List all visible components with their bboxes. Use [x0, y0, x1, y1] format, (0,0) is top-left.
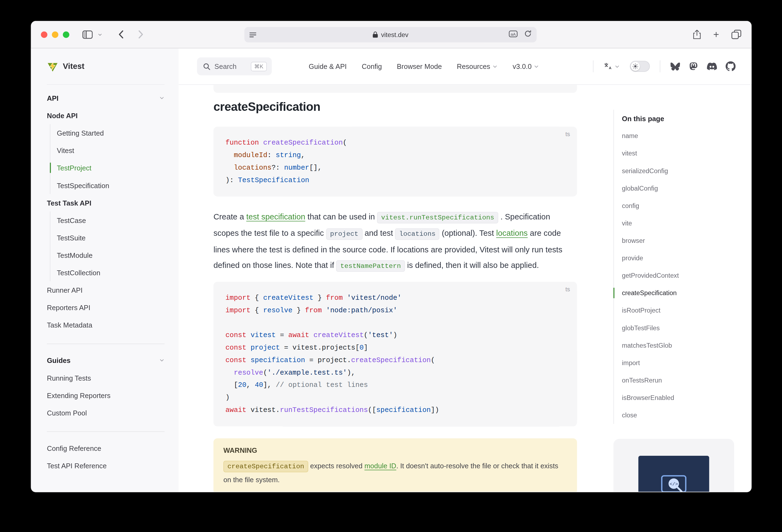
code-block-example: ts import { createVitest } from 'vitest/…	[213, 282, 577, 426]
sidebar-item-testspecification[interactable]: TestSpecification	[57, 176, 165, 194]
sidebar-section-node-api[interactable]: Node API	[47, 107, 165, 124]
sidebar-item-task-metadata[interactable]: Task Metadata	[47, 316, 165, 333]
toc-item-name[interactable]: name	[622, 127, 734, 145]
toc-item-browser[interactable]: browser	[622, 232, 734, 249]
ad-card[interactable]: </>	[613, 439, 734, 492]
nav-link-config[interactable]: Config	[362, 62, 382, 70]
body-paragraph: Create a test specification that can be …	[213, 209, 577, 274]
bluesky-icon[interactable]	[670, 62, 680, 71]
toc-item-globalconfig[interactable]: globalConfig	[622, 179, 734, 197]
plus-icon: +	[713, 29, 719, 39]
code-line: moduleId: string,	[225, 149, 565, 162]
toc-item-vitest[interactable]: vitest	[622, 145, 734, 162]
url-text: vitest.dev	[381, 31, 408, 38]
toc-item-globtestfiles[interactable]: globTestFiles	[622, 319, 734, 336]
top-nav: Search ⌘K Guide & APIConfigBrowser ModeR…	[179, 48, 752, 85]
toolbar-dropdown-button[interactable]	[96, 21, 103, 48]
nav-link-label: Config	[362, 62, 382, 70]
address-bar[interactable]: vitest.dev aA	[244, 27, 536, 42]
reload-button[interactable]	[524, 30, 532, 39]
sidebar-section-test-task-api[interactable]: Test Task API	[47, 194, 165, 211]
svg-text:aA: aA	[510, 32, 516, 36]
forward-button[interactable]	[135, 21, 147, 48]
sidebar-item-testsuite[interactable]: TestSuite	[57, 229, 165, 246]
toc-item-serializedconfig[interactable]: serializedConfig	[622, 162, 734, 179]
code-lang-badge: ts	[565, 286, 570, 293]
new-tab-button[interactable]: +	[710, 21, 723, 48]
docs-app: Vitest APINode APIGetting StartedVitestT…	[31, 48, 752, 492]
nav-link-browser-mode[interactable]: Browser Mode	[397, 62, 442, 70]
search-shortcut: ⌘K	[251, 62, 267, 71]
toc-item-getprovidedcontext[interactable]: getProvidedContext	[622, 267, 734, 284]
code-line: function createSpecification(	[225, 137, 565, 149]
inline-link[interactable]: test specification	[246, 212, 305, 221]
sidebar-item-runner-api[interactable]: Runner API	[47, 281, 165, 299]
inline-code-link[interactable]: testNamePattern	[336, 260, 405, 272]
warning-title: WARNING	[223, 446, 567, 454]
tab-overview-button[interactable]	[729, 21, 743, 48]
share-button[interactable]	[690, 21, 703, 48]
zoom-window-button[interactable]	[63, 31, 69, 38]
code-line: resolve('./example.test.ts'),	[225, 366, 565, 379]
toc-title: On this page	[622, 110, 734, 127]
discord-icon[interactable]	[707, 61, 717, 71]
inline-link[interactable]: module ID	[364, 462, 396, 470]
toc-item-vite[interactable]: vite	[622, 215, 734, 232]
reader-icon[interactable]	[249, 32, 256, 38]
toc-item-config[interactable]: config	[622, 197, 734, 214]
code-line	[225, 317, 565, 329]
toc-item-provide[interactable]: provide	[622, 249, 734, 267]
toc-item-import[interactable]: import	[622, 354, 734, 371]
chevron-down-icon	[534, 64, 539, 69]
code-content: import { createVitest } from 'vitest/nod…	[225, 292, 565, 416]
sidebar-item-custom-pool[interactable]: Custom Pool	[47, 404, 165, 422]
close-window-button[interactable]	[41, 31, 47, 38]
sidebar-item-testproject[interactable]: TestProject	[57, 159, 165, 176]
translate-icon[interactable]: aA	[509, 30, 518, 39]
site-logo[interactable]: Vitest	[47, 48, 165, 85]
search-button[interactable]: Search ⌘K	[197, 58, 272, 75]
sidebar-item-testcase[interactable]: TestCase	[57, 212, 165, 229]
sidebar-item-getting-started[interactable]: Getting Started	[57, 124, 165, 142]
toc-item-createspecification[interactable]: createSpecification	[622, 284, 734, 302]
nav-link-v3-0-0[interactable]: v3.0.0	[513, 62, 539, 70]
text-run: that can be used in	[305, 212, 377, 221]
sidebar-toggle-button[interactable]	[81, 21, 94, 48]
sidebar-item-config-reference[interactable]: Config Reference	[47, 439, 165, 457]
minimize-window-button[interactable]	[52, 31, 58, 38]
code-line: import { createVitest } from 'vitest/nod…	[225, 292, 565, 304]
sidebar-divider	[47, 344, 165, 344]
mastodon-icon[interactable]	[688, 62, 698, 71]
warning-text: createSpecification expects resolved mod…	[223, 459, 567, 486]
code-line: const specification = project.createSpec…	[225, 354, 565, 366]
toc-item-isrootproject[interactable]: isRootProject	[622, 302, 734, 319]
nav-link-label: v3.0.0	[513, 62, 532, 70]
github-icon[interactable]	[725, 61, 736, 71]
sidebar-item-reporters-api[interactable]: Reporters API	[47, 299, 165, 316]
code-content: function createSpecification( moduleId: …	[225, 137, 565, 186]
sidebar-item-vitest[interactable]: Vitest	[57, 142, 165, 159]
sidebar-item-testmodule[interactable]: TestModule	[57, 246, 165, 264]
language-menu[interactable]	[603, 62, 620, 71]
previous-code-block-partial	[213, 85, 577, 93]
toc-item-isbrowserenabled[interactable]: isBrowserEnabled	[622, 389, 734, 406]
inline-link[interactable]: locations	[496, 229, 528, 238]
toc-item-ontestsrerun[interactable]: onTestsRerun	[622, 371, 734, 389]
sidebar-group-api[interactable]: API	[47, 89, 165, 107]
sidebar-item-test-api-reference[interactable]: Test API Reference	[47, 457, 165, 474]
theme-toggle-knob	[631, 62, 640, 71]
inline-code-link[interactable]: vitest.runTestSpecifications	[377, 212, 498, 223]
nav-link-resources[interactable]: Resources	[457, 62, 498, 70]
theme-toggle[interactable]	[630, 61, 650, 72]
nav-link-guide-api[interactable]: Guide & API	[309, 62, 347, 70]
sidebar-item-running-tests[interactable]: Running Tests	[47, 369, 165, 386]
chevron-down-icon	[614, 64, 620, 69]
sidebar-item-extending-reporters[interactable]: Extending Reporters	[47, 386, 165, 404]
toc-item-matchestestglob[interactable]: matchesTestGlob	[622, 336, 734, 354]
sidebar-group-guides[interactable]: Guides	[47, 352, 165, 369]
code-line: locations?: number[],	[225, 162, 565, 174]
sidebar-item-testcollection[interactable]: TestCollection	[57, 264, 165, 281]
sidebar-group-label: Guides	[47, 356, 71, 364]
back-button[interactable]	[115, 21, 127, 48]
toc-item-close[interactable]: close	[622, 406, 734, 424]
